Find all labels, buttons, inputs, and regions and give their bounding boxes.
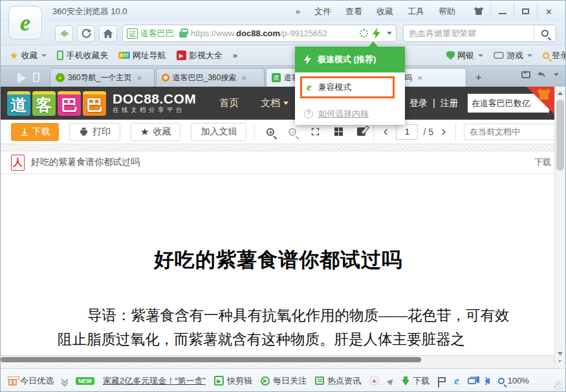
kernel-menu-pointer <box>368 41 378 47</box>
doc88-brand: DOC88.COM 在线文档分享平台 <box>113 92 196 114</box>
tab-360-nav[interactable]: + 360导航_一个主页 × <box>50 68 155 87</box>
browser-search-box[interactable] <box>403 25 556 42</box>
tab-close-icon[interactable]: × <box>417 73 422 83</box>
horizontal-scrollbar[interactable] <box>1 355 556 363</box>
scroll-down-icon[interactable] <box>558 352 563 356</box>
menu-overflow-chevrons[interactable]: » <box>296 6 300 16</box>
bookmarks-overflow[interactable]: » <box>233 50 237 60</box>
navigation-toolbar: 证 道客巴巴 https://www.doc88.com/p-99125652 <box>1 22 565 45</box>
page-loading-icon[interactable] <box>360 29 368 38</box>
kernel-mode-menu: 极速模式 (推荐) e 兼容模式 ? 如何选择内核 <box>295 47 405 125</box>
menu-help[interactable]: 帮助 <box>439 6 455 17</box>
daily-watch-icon: ▶ <box>261 376 270 386</box>
doc88-logo[interactable]: 道 客 巴 巴 <box>7 91 106 116</box>
menu-file[interactable]: 文件 <box>314 6 331 17</box>
download-manager-button[interactable]: 下载 <box>402 375 430 387</box>
address-bar[interactable]: 证 道客巴巴 https://www.doc88.com/p-99125652 <box>122 25 397 42</box>
page-zoom-button[interactable]: 100% <box>498 376 529 386</box>
annotation-highlight-box <box>300 76 395 98</box>
document-page[interactable]: 好吃的紫薯食谱你都试过吗 导语：紫薯食含有一种具有抗氧化作用的物质——花色苷，可… <box>1 174 556 355</box>
menu-favorites[interactable]: 收藏 <box>376 6 393 17</box>
scroll-up-icon[interactable] <box>558 91 563 95</box>
document-title-bar: 人 好吃的紫薯食谱你都试过吗 下载 <box>1 151 565 174</box>
zoom-in-icon[interactable]: + <box>267 128 274 136</box>
hot-news-button[interactable]: 热点资讯 <box>315 375 361 387</box>
skin-button[interactable] <box>467 3 490 19</box>
in-document-search-input[interactable] <box>464 124 563 140</box>
bookmark-mobile-favorites[interactable]: 手机收藏夹 <box>57 50 108 61</box>
register-link[interactable]: 注册 <box>441 98 459 109</box>
collapse-news-button[interactable] <box>62 378 67 384</box>
tab-doc88-search[interactable]: 道客巴巴_360搜索 × <box>156 68 265 87</box>
ie-mode-button[interactable]: e <box>454 375 459 387</box>
site-nav-docs[interactable]: 文档 <box>261 97 288 109</box>
page-background-strip <box>1 144 565 151</box>
daily-watch-button[interactable]: ▶ 每日关注 <box>261 375 307 387</box>
vertical-scrollbar-thumb[interactable] <box>556 100 564 171</box>
menu-item-compat-mode[interactable]: e 兼容模式 <box>295 72 405 102</box>
new-window-icon[interactable] <box>521 71 530 78</box>
report-flag-button[interactable] <box>438 380 446 382</box>
add-to-album-button[interactable]: 加入文辑 <box>191 123 246 141</box>
tab-close-icon[interactable]: × <box>241 73 246 83</box>
login-link[interactable]: 登录 <box>409 98 428 109</box>
bookmark-site-nav[interactable]: 977 网址导航 <box>118 50 166 61</box>
today-picks-button[interactable]: 今日优选 <box>8 375 54 387</box>
mute-button[interactable] <box>484 378 490 384</box>
tab-tools-chevron[interactable] <box>554 73 559 76</box>
download-button[interactable]: 下载 <box>11 123 59 141</box>
health-mode-button[interactable]: + <box>369 376 379 386</box>
url-text[interactable]: https://www.doc88.com/p-99125652 <box>191 28 357 38</box>
annotate-icon[interactable] <box>357 127 365 136</box>
netbank-button[interactable]: 网银 <box>446 50 483 61</box>
speed-mode-bolt-icon[interactable] <box>373 28 380 39</box>
chevron-down-icon <box>527 54 532 57</box>
menu-item-kernel-help[interactable]: ? 如何选择内核 <box>295 102 405 125</box>
favorite-button[interactable]: ★ 收藏 <box>131 123 180 141</box>
close-button[interactable]: × <box>537 3 560 19</box>
horizontal-scrollbar-thumb[interactable] <box>1 357 421 362</box>
games-button[interactable]: 游戏 <box>494 50 532 61</box>
bolt-icon <box>304 54 311 65</box>
zoom-out-icon[interactable]: − <box>288 128 296 136</box>
question-circle-icon: ? <box>304 109 313 118</box>
menu-item-speed-mode[interactable]: 极速模式 (推荐) <box>295 47 405 72</box>
quick-clip-button[interactable]: ▶ 快剪辑 <box>214 375 252 387</box>
back-button[interactable] <box>55 25 73 42</box>
thumbnail-grid-icon[interactable] <box>334 127 343 136</box>
bookmark-video[interactable]: ▶ 影视大全 <box>177 50 223 61</box>
reopen-closed-tab-icon[interactable] <box>537 70 547 79</box>
prev-page-icon[interactable] <box>382 127 391 136</box>
bookmark-favorites[interactable]: ★ 收藏 <box>10 50 47 61</box>
chevron-down-icon <box>478 54 483 57</box>
document-download-link[interactable]: 下载 <box>534 157 551 168</box>
maximize-button[interactable] <box>514 3 537 19</box>
session-restore-icon[interactable]: ▐▶ <box>15 73 27 82</box>
mobile-sync-icon[interactable] <box>33 72 39 82</box>
window-switch-button[interactable] <box>468 378 476 384</box>
news-headline-link[interactable]: 家藏2亿多元现金！“第一贪” <box>103 375 206 387</box>
vertical-scrollbar[interactable] <box>554 87 565 360</box>
fullscreen-icon[interactable] <box>310 127 320 136</box>
menu-view[interactable]: 查看 <box>345 6 362 17</box>
home-button[interactable] <box>99 25 117 42</box>
browser-search-input[interactable] <box>404 28 534 38</box>
boost-button[interactable]: ▶ <box>387 376 393 386</box>
next-page-icon[interactable] <box>439 127 448 136</box>
browser-window: 360安全浏览器 10.0 » 文件 查看 收藏 工具 帮助 × e 证 <box>0 0 566 392</box>
browser-logo-icon[interactable]: e <box>8 6 42 39</box>
site-nav-home[interactable]: 首页 <box>219 97 239 109</box>
login-manager-button[interactable]: 登录管家 <box>543 50 566 61</box>
new-tab-button[interactable]: + <box>470 70 487 85</box>
download-icon <box>20 127 29 136</box>
print-button[interactable]: 打印 <box>69 123 120 141</box>
page-number-input[interactable] <box>396 124 418 140</box>
resize-grip[interactable] <box>554 381 563 390</box>
magnifier-icon <box>541 30 549 37</box>
menu-tools[interactable]: 工具 <box>408 6 424 17</box>
minimize-button[interactable] <box>490 3 514 19</box>
search-button[interactable] <box>534 25 556 41</box>
kernel-dropdown-chevron[interactable] <box>387 32 392 35</box>
tab-close-icon[interactable]: × <box>136 73 142 83</box>
refresh-button[interactable] <box>77 25 95 42</box>
